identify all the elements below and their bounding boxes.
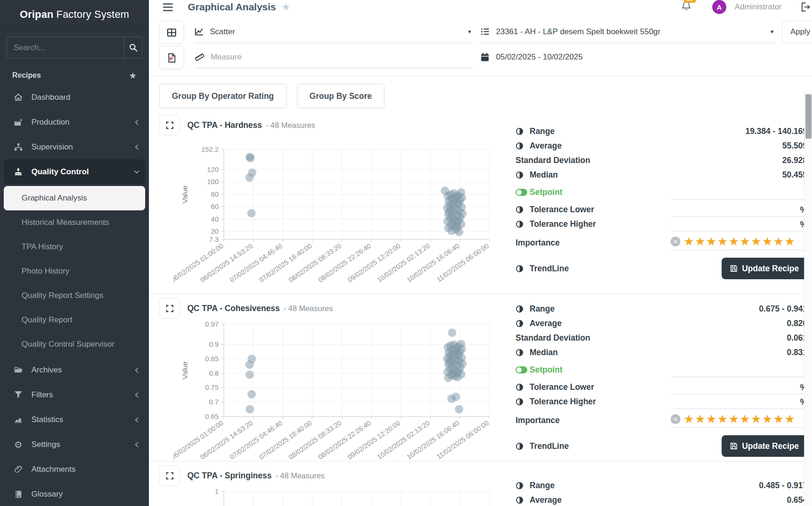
svg-text:09/02/2025 12:20:00: 09/02/2025 12:20:00 — [347, 419, 402, 459]
date-range-value: 05/02/2025 - 10/02/2025 — [496, 52, 583, 62]
search-button[interactable] — [124, 37, 142, 58]
svg-text:08/02/2025 08:33:20: 08/02/2025 08:33:20 — [288, 242, 343, 283]
sidebar-item-glossary[interactable]: Glossary — [0, 482, 149, 506]
sitemap-icon — [12, 143, 24, 151]
svg-text:10/02/2025 16:06:40: 10/02/2025 16:06:40 — [406, 419, 461, 459]
stat-median-row: Median 50.455 — [516, 168, 807, 182]
tolerance-lower-input[interactable]: % — [671, 380, 807, 394]
sign-out-button[interactable] — [800, 2, 811, 12]
sidebar-item-production[interactable]: Production — [0, 110, 149, 134]
stats-panel: Range 0.485 - 0.917 Average 0.654 — [516, 478, 807, 506]
tolerance-lower-input[interactable]: % — [671, 203, 807, 217]
toggle-on-icon[interactable] — [516, 366, 530, 373]
chevron-left-icon — [135, 417, 140, 422]
svg-text:07/02/2025 04:46:40: 07/02/2025 04:46:40 — [229, 419, 284, 459]
submenu-graphical-analysis[interactable]: Graphical Analysis — [4, 186, 145, 210]
favorite-star-icon[interactable]: ★ — [129, 70, 137, 81]
svg-text:7.3: 7.3 — [209, 235, 219, 243]
apply-button[interactable]: Apply — [782, 21, 812, 43]
stats-panel: Range 19.384 - 140.169 Average 55.509 St… — [516, 124, 807, 279]
svg-text:120: 120 — [207, 165, 219, 173]
list-icon — [480, 28, 490, 36]
chart-section-springiness: QC TPA - Springiness - 48 Measures 106/0… — [149, 461, 812, 506]
sidebar-item-label: Dashboard — [31, 93, 70, 102]
sidebar-item-archives[interactable]: Archives — [0, 357, 149, 382]
toggle-icon[interactable] — [516, 320, 530, 327]
svg-text:11/02/2025 06:00:00: 11/02/2025 06:00:00 — [435, 419, 490, 459]
clear-rating-icon[interactable]: ✕ — [671, 237, 680, 246]
scatter-chart-hardness[interactable]: 152.2120100806040207.306/02/2025 01:00:0… — [173, 135, 501, 292]
submenu-historical-measurements[interactable]: Historical Measurements — [0, 210, 149, 235]
toggle-icon[interactable] — [516, 127, 530, 135]
stat-average-row: Average 0.654 — [516, 493, 807, 506]
header-actions: 30 A Administrator — [681, 0, 811, 14]
tolerance-higher-input[interactable]: % — [671, 395, 807, 409]
toggle-icon[interactable] — [516, 383, 530, 391]
toggle-icon[interactable] — [516, 442, 530, 450]
toggle-icon[interactable] — [516, 142, 530, 150]
submenu-quality-report[interactable]: Quality Report — [0, 308, 149, 332]
stat-median-value: 50.455 — [782, 170, 807, 180]
sidebar-item-settings[interactable]: ⚙ Settings — [0, 432, 149, 457]
toggle-icon[interactable] — [516, 482, 530, 490]
measure-select[interactable]: Measure — [194, 46, 473, 68]
svg-text:08/02/2025 08:33:20: 08/02/2025 08:33:20 — [288, 419, 343, 459]
table-view-button[interactable] — [159, 21, 184, 44]
sidebar-item-filters[interactable]: Filters — [0, 382, 149, 407]
chart-type-select[interactable]: Scatter ▾ — [194, 21, 473, 43]
stat-range-row: Range 19.384 - 140.169 — [516, 124, 807, 139]
group-by-operator-rating-button[interactable]: Group By Operator Rating — [159, 84, 287, 108]
toggle-icon[interactable] — [516, 398, 530, 406]
chart-section-hardness: QC TPA - Hardness - 48 Measures 152.2120… — [149, 111, 812, 292]
expand-icon — [165, 304, 174, 313]
toggle-icon[interactable] — [516, 220, 530, 228]
stat-average-row: Average 0.820 — [516, 316, 807, 331]
submenu-quality-control-supervisor[interactable]: Quality Control Supervisor — [0, 332, 149, 357]
avatar[interactable]: A — [712, 0, 726, 14]
sidebar-item-dashboard[interactable]: Dashboard — [0, 85, 149, 110]
sidebar-item-statistics[interactable]: Statistics — [0, 407, 149, 432]
ruler-icon — [194, 52, 205, 62]
submenu-photo-history[interactable]: Photo History — [0, 259, 149, 283]
toggle-icon[interactable] — [516, 206, 530, 214]
hamburger-menu-icon[interactable] — [161, 1, 175, 13]
toggle-icon[interactable] — [516, 349, 530, 357]
chart-measure-count: - 48 Measures — [275, 471, 325, 480]
scatter-chart-springiness[interactable]: 106/02/2025 01:00:0006/02/2025 14:53:200… — [173, 486, 501, 506]
date-range-picker[interactable]: 05/02/2025 - 10/02/2025 — [480, 46, 583, 68]
toggle-icon[interactable] — [516, 171, 530, 179]
toggle-on-icon[interactable] — [516, 189, 530, 196]
expand-chart-button[interactable] — [159, 115, 180, 135]
update-recipe-button[interactable]: Update Recipe — [722, 435, 807, 457]
recipe-select[interactable]: 23361 - AH - L&P desem Spelt boekweit 55… — [480, 21, 775, 43]
toggle-icon[interactable] — [516, 496, 530, 504]
sidebar-item-quality-control[interactable]: Quality Control — [4, 159, 145, 184]
setpoint-input[interactable] — [671, 363, 807, 377]
toggle-icon[interactable] — [516, 265, 530, 273]
sidebar-item-supervision[interactable]: Supervision — [0, 134, 149, 159]
sidebar-item-attachments[interactable]: Attachments — [0, 457, 149, 482]
stamp-icon — [12, 168, 24, 176]
setpoint-input[interactable] — [671, 186, 807, 200]
toggle-icon[interactable] — [516, 305, 530, 313]
expand-chart-button[interactable] — [159, 465, 180, 486]
submenu-tpa-history[interactable]: TPA History — [0, 235, 149, 259]
search-input[interactable] — [7, 37, 124, 58]
export-pdf-button[interactable] — [159, 46, 184, 69]
star-rating[interactable]: ★★★★★★★★★★ — [684, 236, 796, 247]
update-recipe-button[interactable]: Update Recipe — [722, 258, 807, 279]
chart-type-value: Scatter — [210, 27, 235, 37]
expand-chart-button[interactable] — [159, 298, 180, 319]
tolerance-higher-input[interactable]: % — [671, 217, 807, 231]
scatter-chart-cohesiveness[interactable]: 0.970.90.850.80.750.70.6506/02/2025 01:0… — [173, 319, 501, 459]
scrollbar-thumb[interactable] — [805, 94, 812, 139]
submenu-quality-report-settings[interactable]: Quality Report Settings — [0, 283, 149, 308]
group-by-score-button[interactable]: Group By Score — [297, 84, 384, 108]
svg-text:06/02/2025 14:53:20: 06/02/2025 14:53:20 — [199, 242, 254, 283]
favorite-page-star-icon[interactable]: ★ — [281, 1, 290, 13]
star-rating[interactable]: ★★★★★★★★★★ — [684, 413, 796, 425]
notifications-button[interactable]: 30 — [681, 0, 692, 14]
stat-setpoint-row: Setpoint — [516, 185, 807, 200]
clear-rating-icon[interactable]: ✕ — [671, 414, 680, 424]
stat-range-value: 19.384 - 140.169 — [746, 126, 807, 136]
